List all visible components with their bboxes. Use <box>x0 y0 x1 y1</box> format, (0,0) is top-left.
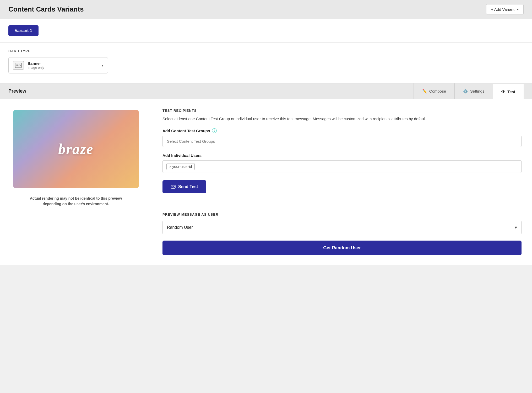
get-random-user-button[interactable]: Get Random User <box>162 241 522 255</box>
send-test-button[interactable]: Send Test <box>162 180 206 193</box>
test-recipients-description: Select at least one Content Test Group o… <box>162 116 522 122</box>
tabs-container: ✏️ Compose ⚙️ Settings 👁 Test <box>414 83 524 99</box>
preview-label: Preview <box>8 88 26 94</box>
tab-compose[interactable]: ✏️ Compose <box>414 83 454 99</box>
gear-icon: ⚙️ <box>463 89 468 94</box>
tab-settings-label: Settings <box>470 89 484 93</box>
main-content: braze Actual rendering may not be identi… <box>0 99 532 265</box>
tab-settings[interactable]: ⚙️ Settings <box>454 83 493 99</box>
content-test-groups-input[interactable] <box>162 136 522 147</box>
content-test-groups-label: Add Content Test Groups ? <box>162 128 522 133</box>
preview-panel: braze Actual rendering may not be identi… <box>0 99 152 265</box>
add-variant-label: + Add Variant <box>491 7 514 12</box>
card-type-dropdown[interactable]: Banner Image only ▾ <box>8 57 108 73</box>
preview-user-dropdown[interactable]: Random User ▾ <box>162 221 522 234</box>
individual-users-label: Add Individual Users <box>162 153 522 158</box>
preview-note: Actual rendering may not be identical to… <box>21 196 131 207</box>
card-type-subtitle: Image only <box>28 66 98 70</box>
tab-compose-label: Compose <box>429 89 446 93</box>
preview-image: braze <box>13 110 139 188</box>
dropdown-arrow-icon: ▾ <box>102 63 104 67</box>
tab-test[interactable]: 👁 Test <box>493 84 524 99</box>
envelope-icon <box>171 184 176 189</box>
card-type-section: CARD TYPE Banner Image only ▾ <box>0 43 532 83</box>
card-type-label: CARD TYPE <box>8 49 524 53</box>
card-type-name: Banner <box>28 61 98 66</box>
svg-rect-2 <box>171 185 175 188</box>
user-tag-value: your-user-id <box>172 164 192 169</box>
test-recipients-section: TEST RECIPIENTS Select at least one Cont… <box>162 109 522 203</box>
remove-tag-icon[interactable]: × <box>169 165 171 169</box>
user-tag: × your-user-id <box>166 163 195 170</box>
test-recipients-title: TEST RECIPIENTS <box>162 109 522 113</box>
variant-tab[interactable]: Variant 1 <box>8 25 39 36</box>
preview-message-section: PREVIEW MESSAGE AS USER Random User ▾ Ge… <box>162 203 522 255</box>
send-test-label: Send Test <box>178 184 198 189</box>
card-type-icon <box>13 61 24 70</box>
pencil-icon: ✏️ <box>422 89 427 94</box>
page-title: Content Cards Variants <box>8 5 84 13</box>
braze-logo: braze <box>58 141 93 157</box>
eye-icon: 👁 <box>501 89 505 94</box>
selected-user-option: Random User <box>167 225 193 230</box>
chevron-down-icon: ▾ <box>515 225 517 230</box>
preview-tabs-bar: Preview ✏️ Compose ⚙️ Settings 👁 Test <box>0 83 532 99</box>
svg-point-1 <box>17 64 18 65</box>
individual-users-input[interactable]: × your-user-id <box>162 160 522 173</box>
add-variant-button[interactable]: + Add Variant ▾ <box>486 4 524 14</box>
help-icon[interactable]: ? <box>212 128 217 133</box>
get-random-label: Get Random User <box>323 245 361 250</box>
chevron-down-icon: ▾ <box>517 8 519 11</box>
preview-message-title: PREVIEW MESSAGE AS USER <box>162 213 522 216</box>
right-panel: TEST RECIPIENTS Select at least one Cont… <box>152 99 532 265</box>
tab-test-label: Test <box>507 89 515 94</box>
variant-section: Variant 1 <box>0 19 532 43</box>
top-header: Content Cards Variants + Add Variant ▾ <box>0 0 532 19</box>
card-type-text: Banner Image only <box>28 61 98 70</box>
